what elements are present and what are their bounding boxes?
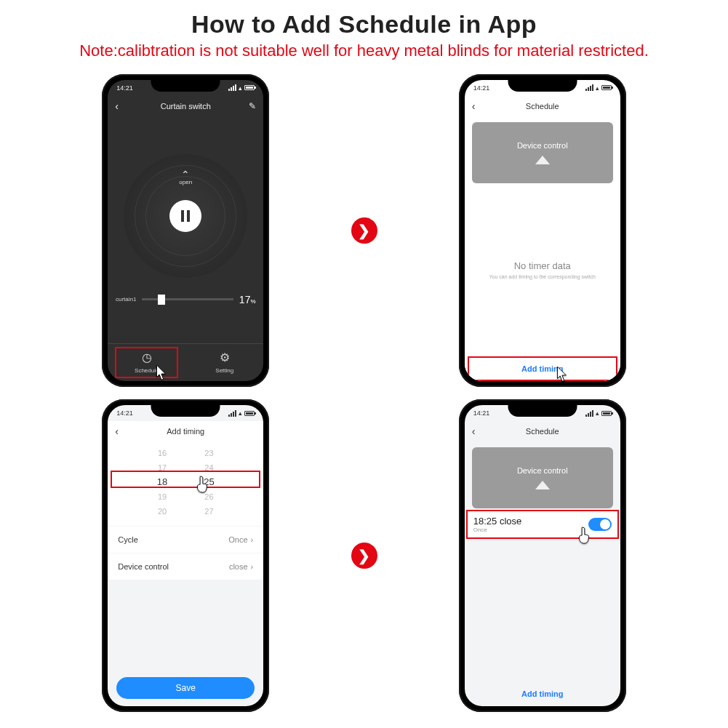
wifi-icon: ▴	[596, 84, 599, 92]
navbar: ‹ Add timing	[108, 421, 263, 441]
cycle-row[interactable]: Cycle Once›	[108, 527, 263, 553]
chevron-up-icon	[535, 481, 550, 489]
empty-state-subtitle: You can add timing to the corresponding …	[489, 274, 596, 279]
status-time: 14:21	[116, 409, 133, 417]
open-label: open	[179, 179, 192, 185]
battery-icon	[601, 411, 612, 416]
back-icon[interactable]: ‹	[115, 100, 119, 112]
back-icon[interactable]: ‹	[115, 425, 119, 437]
page-title: How to Add Schedule in App	[0, 0, 728, 39]
device-control-label: Device control	[118, 562, 169, 571]
chevron-up-icon[interactable]: ⌃	[181, 172, 190, 177]
navbar: ‹ Schedule	[465, 421, 620, 441]
gear-icon: ⚙	[220, 351, 230, 364]
device-control-value: close	[229, 562, 248, 571]
battery-icon	[601, 85, 612, 90]
empty-state: No timer data You can add timing to the …	[465, 183, 620, 356]
signal-icon	[585, 84, 593, 91]
device-control-card[interactable]: Device control	[472, 122, 613, 183]
wifi-icon: ▴	[239, 84, 242, 92]
schedule-cycle-label: Once	[473, 527, 522, 533]
wifi-icon: ▴	[239, 409, 242, 417]
chevron-right-icon: ›	[251, 535, 254, 544]
tab-schedule[interactable]: ◷ Schedule	[108, 344, 185, 381]
slider-label: curtain1	[116, 296, 136, 303]
device-control-card[interactable]: Device control	[472, 447, 613, 508]
hour-column[interactable]: 16 17 18 19 20	[157, 446, 167, 519]
signal-icon	[228, 410, 236, 417]
chevron-up-icon	[535, 156, 550, 164]
empty-state-title: No timer data	[514, 260, 571, 271]
tab-schedule-label: Schedule	[135, 367, 159, 374]
navbar: ‹ Curtain switch ✎	[108, 96, 263, 116]
percent-value: 17%	[239, 294, 256, 305]
status-time: 14:21	[473, 84, 490, 92]
minute-column[interactable]: 23 24 25 26 27	[204, 446, 214, 519]
navbar: ‹ Schedule	[465, 96, 620, 116]
phone-step-1: 14:21 ▴ ‹ Curtain switch ✎ ⌃ open	[102, 74, 269, 387]
step-arrow-icon: ❯	[351, 543, 377, 569]
status-time: 14:21	[473, 409, 490, 417]
tab-setting[interactable]: ⚙ Setting	[185, 344, 263, 381]
signal-icon	[228, 84, 236, 91]
battery-icon	[244, 85, 255, 90]
time-picker[interactable]: 16 17 18 19 20 23 24 25 26 27	[108, 441, 263, 526]
device-control-label: Device control	[517, 466, 568, 475]
navbar-title: Schedule	[526, 102, 559, 111]
phone-step-4: 14:21 ▴ ‹ Schedule Device control	[459, 399, 626, 712]
signal-icon	[585, 410, 593, 417]
add-timing-button[interactable]: Add timing	[465, 356, 620, 381]
wifi-icon: ▴	[596, 409, 599, 417]
cycle-label: Cycle	[118, 535, 138, 544]
battery-icon	[244, 411, 255, 416]
schedule-toggle[interactable]	[588, 518, 612, 531]
navbar-title: Schedule	[526, 427, 559, 436]
device-control-row[interactable]: Device control close›	[108, 553, 263, 580]
save-button[interactable]: Save	[116, 677, 255, 699]
position-slider[interactable]	[142, 298, 233, 300]
schedule-time-label: 18:25 close	[473, 516, 522, 527]
back-icon[interactable]: ‹	[472, 100, 476, 112]
schedule-row[interactable]: 18:25 close Once	[465, 510, 620, 539]
curtain-control-dial[interactable]: ⌃ open	[124, 154, 247, 278]
pause-button[interactable]	[169, 200, 201, 232]
status-time: 14:21	[116, 84, 133, 92]
tab-setting-label: Setting	[215, 367, 233, 374]
edit-icon[interactable]: ✎	[249, 101, 256, 111]
clock-icon: ◷	[142, 351, 152, 364]
back-icon[interactable]: ‹	[472, 425, 476, 437]
navbar-title: Curtain switch	[161, 102, 211, 111]
steps-grid: 14:21 ▴ ‹ Curtain switch ✎ ⌃ open	[0, 73, 728, 728]
phone-step-3: 14:21 ▴ ‹ Add timing 16 17 18	[102, 399, 269, 712]
chevron-right-icon: ›	[251, 562, 254, 571]
step-arrow-icon: ❯	[351, 217, 377, 244]
navbar-title: Add timing	[167, 427, 204, 436]
cycle-value: Once	[228, 535, 247, 544]
add-timing-button[interactable]: Add timing	[465, 681, 620, 706]
device-control-label: Device control	[517, 141, 568, 150]
warning-note: Note:calibtration is not suitable well f…	[0, 41, 728, 60]
phone-step-2: 14:21 ▴ ‹ Schedule Device control No tim…	[459, 74, 626, 387]
